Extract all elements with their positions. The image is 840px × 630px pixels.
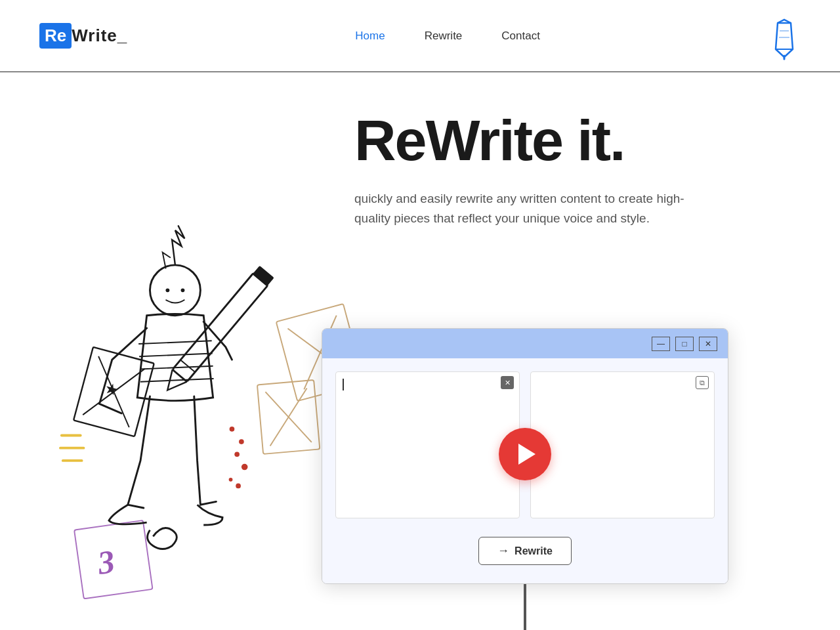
site-header: Re Write_ Home Rewrite Contact (0, 0, 840, 72)
close-button[interactable]: ✕ (699, 337, 717, 351)
rewrite-btn-row: → Rewrite (335, 534, 715, 570)
hero-subtitle: quickly and easily rewrite any written c… (354, 189, 696, 229)
svg-point-18 (236, 484, 241, 489)
input-text-box[interactable]: ✕ (335, 371, 520, 518)
nav-contact[interactable]: Contact (501, 30, 540, 43)
main-content: ReWrite it. quickly and easily rewrite a… (0, 112, 840, 630)
svg-point-13 (230, 427, 235, 432)
arrow-icon: → (497, 544, 509, 558)
svg-point-22 (166, 288, 170, 292)
svg-point-23 (181, 288, 185, 292)
rewrite-button[interactable]: → Rewrite (478, 537, 572, 565)
svg-point-14 (239, 439, 244, 444)
svg-line-25 (139, 353, 213, 356)
minimize-button[interactable]: — (652, 337, 670, 351)
logo-write: Write_ (72, 26, 127, 46)
nav-home[interactable]: Home (355, 30, 385, 43)
svg-rect-34 (253, 266, 274, 287)
app-window: — □ ✕ ✕ ⧉ (322, 328, 728, 584)
svg-point-17 (229, 478, 233, 482)
hero-title: ReWrite it. (354, 112, 801, 169)
text-cursor (343, 379, 344, 390)
stand-neck (524, 584, 526, 630)
svg-line-33 (180, 360, 195, 372)
svg-line-27 (140, 379, 214, 382)
logo[interactable]: Re Write_ (39, 23, 127, 49)
copy-button[interactable]: ⧉ (696, 376, 709, 389)
svg-line-9 (265, 388, 311, 446)
svg-line-26 (140, 366, 213, 369)
logo-re: Re (39, 23, 72, 49)
play-button[interactable] (499, 428, 551, 480)
svg-point-16 (242, 464, 248, 471)
window-titlebar: — □ ✕ (322, 329, 728, 358)
nav-rewrite[interactable]: Rewrite (425, 30, 463, 43)
rewrite-btn-label: Rewrite (514, 545, 553, 557)
pen-icon (768, 16, 801, 56)
main-nav: Home Rewrite Contact (355, 30, 540, 43)
svg-line-24 (138, 341, 212, 344)
play-icon (518, 444, 536, 465)
output-text-box: ⧉ (530, 371, 715, 518)
maximize-button[interactable]: □ (675, 337, 694, 351)
window-body: ✕ ⧉ → Rewrite (322, 358, 728, 583)
clear-button[interactable]: ✕ (501, 376, 514, 389)
svg-point-15 (234, 452, 240, 457)
monitor-stand (322, 584, 728, 630)
svg-point-21 (150, 265, 200, 316)
